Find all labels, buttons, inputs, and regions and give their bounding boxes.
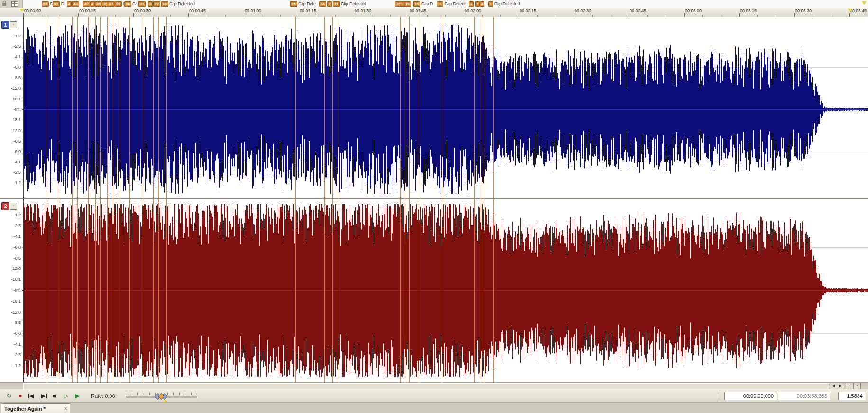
clip-marker[interactable]: 16Clip D — [413, 1, 433, 7]
horizontal-scrollbar[interactable]: ◀ ▶ − + — [0, 382, 868, 389]
clip-marker-label: Cl — [132, 1, 137, 6]
go-to-start-button[interactable]: ◀ — [27, 391, 37, 401]
clip-marker[interactable]: ! — [475, 1, 480, 7]
clip-marker[interactable]: 4 — [67, 1, 72, 7]
clip-marker[interactable]: 18 — [404, 1, 411, 7]
clip-marker-tag[interactable]: 16 — [413, 1, 420, 7]
edit-cursor[interactable] — [23, 17, 24, 382]
length-display: 00:03:53,333 — [778, 392, 830, 400]
ruler-tick — [629, 13, 629, 17]
clip-marker-tag[interactable]: 4 — [90, 1, 95, 7]
clip-marker[interactable]: 39 — [95, 1, 102, 7]
ruler-time-label: 00:01:30 — [355, 9, 371, 13]
clip-marker-tag[interactable]: 1 — [488, 1, 493, 7]
channel-1-badge[interactable]: 1 — [1, 21, 9, 29]
clip-marker[interactable]: 4 — [90, 1, 95, 7]
channel-2-badge[interactable]: 2 — [1, 202, 9, 210]
clip-marker-tag[interactable]: 39 — [95, 1, 102, 7]
clip-marker-tag[interactable]: 28 — [161, 1, 168, 7]
ruler-tick — [849, 13, 850, 17]
waveform-canvas[interactable] — [22, 17, 868, 382]
lock-icon-body — [2, 3, 6, 6]
clip-marker-tag[interactable]: ! — [475, 1, 480, 7]
clip-marker-tag[interactable]: 21 — [333, 1, 340, 7]
ruler-tick — [794, 13, 795, 17]
clip-marker[interactable]: 21Clip Detected — [333, 1, 366, 7]
db-label: -18.1 — [0, 299, 21, 304]
clip-marker-tag[interactable]: 11 — [437, 1, 443, 7]
rate-tick — [132, 393, 132, 395]
clip-marker[interactable]: 2 — [327, 1, 332, 7]
clip-marker-tag[interactable]: 58 — [42, 1, 49, 7]
db-label: -2.5 — [0, 352, 21, 357]
timeline-ruler[interactable]: 00:00:0000:00:1500:00:3000:00:4500:01:00… — [0, 8, 868, 17]
clip-marker-bar[interactable]: 58Cli51Cl443424393(3736Cli34Cl3132728Cli… — [0, 0, 868, 8]
clip-marker-tag[interactable]: 37 — [108, 1, 115, 7]
clip-marker[interactable]: 37 — [108, 1, 115, 7]
clip-marker[interactable]: 4 — [480, 1, 484, 7]
clip-marker-tag[interactable]: 27 — [153, 1, 160, 7]
loop-start-marker-icon[interactable] — [19, 9, 24, 12]
loop-playback-button[interactable]: ↻ — [4, 391, 14, 401]
clip-marker-tag[interactable]: 34 — [124, 1, 131, 7]
ruler-time-label: 00:03:15 — [740, 9, 757, 13]
channel-1-minimize-button[interactable]: ▫ — [10, 21, 17, 28]
clip-marker[interactable]: 28Clip Detected — [161, 1, 195, 7]
position-display[interactable]: 00:00:00,000 — [724, 392, 777, 400]
clip-marker[interactable]: 42 — [83, 1, 90, 7]
bar-icon — [28, 394, 29, 398]
clip-marker-tag[interactable]: 42 — [83, 1, 90, 7]
ruler-tick — [244, 13, 244, 17]
clip-marker-tag[interactable]: 51 — [53, 1, 60, 7]
db-label: -12.0 — [0, 86, 21, 90]
db-label: -Inf. — [0, 288, 21, 293]
clip-marker[interactable]: 27 — [153, 1, 160, 7]
clip-marker-tag[interactable]: 18 — [404, 1, 411, 7]
stop-button[interactable]: ■ — [49, 391, 60, 401]
grid-icon[interactable] — [11, 1, 18, 7]
play-normal-button[interactable]: ▷ — [61, 391, 71, 401]
channel-divider[interactable] — [0, 198, 868, 199]
db-label: -2.5 — [0, 170, 21, 175]
clip-marker-tag[interactable]: 2 — [327, 1, 332, 7]
loop-end-icon[interactable] — [862, 1, 867, 5]
clip-marker[interactable]: 31 — [138, 1, 146, 7]
ruler-tick — [409, 13, 409, 17]
clip-marker-label: Clip Dete — [298, 1, 316, 6]
clip-marker-tag[interactable]: 43 — [72, 1, 79, 7]
clip-marker[interactable]: 11Clip Detect — [437, 1, 465, 7]
ruler-time-label: 00:03:00 — [685, 9, 702, 13]
clip-marker[interactable]: 34Cl — [124, 1, 136, 7]
record-button[interactable]: ● — [15, 391, 26, 401]
document-tab[interactable]: Together Again * x — [1, 403, 70, 413]
db-label: -18.1 — [0, 277, 21, 282]
db-label: -4.1 — [0, 160, 21, 164]
clip-marker[interactable]: 25Clip Dete — [290, 1, 316, 7]
clip-marker[interactable]: 51Cl — [53, 1, 64, 7]
clip-marker[interactable]: 1Clip Detected — [488, 1, 520, 7]
clip-marker[interactable]: 43 — [72, 1, 79, 7]
clip-marker[interactable]: 7 — [469, 1, 474, 7]
clip-marker-tag[interactable]: 36 — [115, 1, 122, 7]
clip-marker-tag[interactable]: 7 — [469, 1, 474, 7]
clip-marker-tag[interactable]: 4 — [480, 1, 484, 7]
clip-marker-tag[interactable]: 24 — [319, 1, 326, 7]
go-to-end-icon: ▶ — [41, 392, 46, 399]
tab-close-icon[interactable]: x — [64, 406, 67, 411]
clip-marker-tag[interactable]: 31 — [138, 1, 146, 7]
clip-marker[interactable]: 3 — [148, 1, 153, 7]
bar-icon — [46, 394, 47, 398]
clip-marker-tag[interactable]: 4 — [67, 1, 72, 7]
play-button[interactable]: ▶ — [72, 391, 82, 401]
go-to-end-button[interactable]: ▶ — [38, 391, 48, 401]
ruler-time-label: 00:01:15 — [300, 9, 316, 13]
rate-tick — [191, 393, 192, 395]
clip-marker-tag[interactable]: 3 — [148, 1, 153, 7]
ruler-time-label: 00:03:30 — [795, 9, 812, 13]
channel-2-minimize-button[interactable]: ▫ — [10, 203, 17, 210]
record-icon: ● — [18, 392, 22, 399]
rate-slider[interactable] — [126, 392, 197, 400]
clip-marker-tag[interactable]: 25 — [290, 1, 297, 7]
loop-end-marker-icon[interactable] — [848, 9, 852, 12]
document-tab-label: Together Again * — [4, 406, 63, 412]
